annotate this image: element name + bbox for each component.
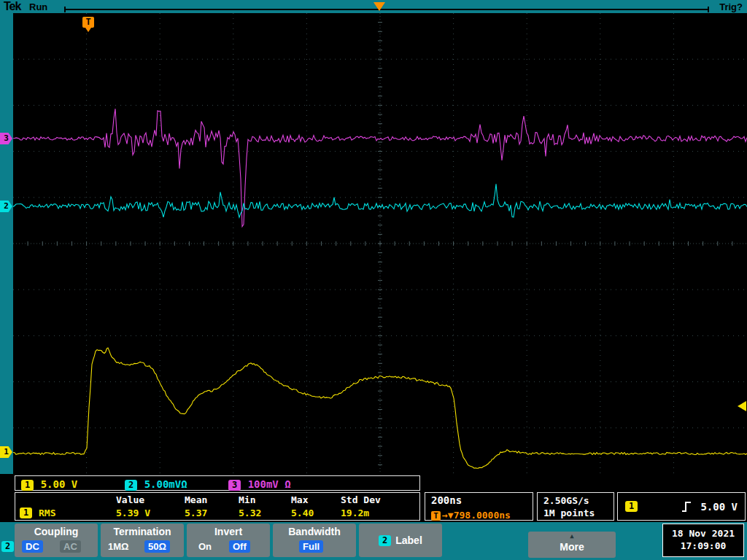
trace-ch1	[13, 348, 747, 468]
termination-1mohm-option[interactable]: 1MΩ	[108, 540, 128, 553]
more-label: More	[528, 540, 616, 554]
oscilloscope-screen: Tek Run Trig? T 3 2 1 1 5.00 V 2 5.00mVΩ…	[0, 0, 747, 560]
termination-50ohm-option[interactable]: 50Ω	[144, 540, 170, 553]
meas-header-stddev: Std Dev	[341, 494, 381, 505]
tek-logo: Tek	[4, 0, 20, 13]
delay-trigger-badge: T	[431, 511, 441, 521]
label-button[interactable]: 2 Label	[359, 524, 442, 557]
meas-row-name: RMS	[39, 508, 55, 518]
meas-row-max: 5.40	[291, 508, 314, 518]
sample-rate: 2.50GS/s	[543, 495, 589, 506]
ch3-ground-marker[interactable]: 3	[0, 133, 12, 144]
invert-on-option[interactable]: On	[198, 540, 212, 553]
ch1-ground-marker[interactable]: 1	[0, 446, 12, 458]
meas-header-min: Min	[239, 494, 255, 505]
more-up-icon: ▲	[528, 533, 616, 540]
measurement-table: Value Mean Min Max Std Dev 1 RMS 5.39 V …	[15, 492, 420, 521]
more-button[interactable]: ▲ More	[528, 532, 616, 558]
trigger-delay-value: →▼798.0000ns	[442, 510, 511, 521]
bandwidth-title: Bandwidth	[273, 526, 356, 537]
coupling-dc-option[interactable]: DC	[22, 540, 43, 553]
ch2-ground-marker[interactable]: 2	[0, 201, 12, 212]
coupling-ac-option[interactable]: AC	[60, 540, 81, 553]
meas-header-value: Value	[116, 494, 144, 505]
ch2-scale-value: 5.00mVΩ	[144, 478, 187, 490]
meas-row-value: 5.39 V	[116, 508, 150, 518]
meas-row-min: 5.32	[239, 508, 261, 518]
waveform-display	[13, 13, 747, 474]
bandwidth-full-option[interactable]: Full	[299, 540, 323, 553]
channel-scale-readout: 1 5.00 V 2 5.00mVΩ 3 100mV Ω	[15, 475, 420, 491]
trigger-status: Trig?	[719, 1, 743, 12]
label-title: Label	[395, 534, 422, 546]
active-channel-badge: 2	[1, 538, 14, 552]
ch2-scale: 2 5.00mVΩ	[125, 477, 187, 491]
trace-ch2	[13, 184, 747, 217]
trigger-time-flag[interactable]: T	[82, 17, 94, 28]
bottom-menu-bar: 2 Coupling DC AC Termination 1MΩ 50Ω Inv…	[0, 522, 747, 560]
termination-title: Termination	[101, 526, 184, 537]
time-text: 17:09:00	[663, 540, 743, 551]
ch3-scale: 3 100mV Ω	[228, 477, 291, 491]
coupling-button[interactable]: Coupling DC AC	[15, 524, 98, 557]
meas-header-max: Max	[291, 494, 308, 505]
coupling-title: Coupling	[15, 526, 98, 537]
termination-button[interactable]: Termination 1MΩ 50Ω	[101, 524, 184, 557]
record-view-bar	[64, 9, 709, 10]
ch1-badge: 1	[21, 480, 34, 491]
trigger-delay-readout: T→▼798.0000ns	[431, 508, 511, 521]
horizontal-scale: 200ns	[431, 494, 462, 506]
rising-edge-icon	[681, 499, 692, 514]
record-position-marker[interactable]	[374, 2, 385, 11]
meas-header-mean: Mean	[185, 494, 207, 505]
top-status-bar: Tek Run Trig?	[0, 0, 747, 13]
meas-row-badge: 1	[20, 507, 32, 518]
trigger-level-value: 5.00 V	[700, 501, 738, 513]
acquisition-readout: 2.50GS/s 1M points	[537, 492, 614, 521]
ch1-scale-value: 5.00 V	[41, 478, 78, 490]
invert-button[interactable]: Invert On Off	[187, 524, 270, 557]
invert-title: Invert	[187, 526, 270, 537]
trigger-level-arrow[interactable]	[738, 401, 746, 411]
meas-row-stddev: 19.2m	[341, 508, 369, 518]
timebase-readout: 200ns T→▼798.0000ns	[425, 492, 533, 521]
label-channel-badge: 2	[379, 535, 391, 546]
bandwidth-button[interactable]: Bandwidth Full	[273, 524, 356, 557]
meas-row-mean: 5.37	[185, 508, 207, 518]
invert-off-option[interactable]: Off	[229, 540, 250, 553]
graticule: T	[13, 13, 747, 474]
readout-area: 1 5.00 V 2 5.00mVΩ 3 100mV Ω Value Mean …	[0, 474, 747, 522]
ch1-scale: 1 5.00 V	[21, 477, 77, 491]
trigger-source-badge: 1	[625, 501, 638, 512]
record-length: 1M points	[543, 508, 595, 518]
ch2-badge: 2	[125, 480, 137, 491]
datetime-display: 18 Nov 2021 17:09:00	[662, 524, 744, 557]
ch3-scale-value: 100mV Ω	[248, 478, 291, 490]
trigger-readout: 1 5.00 V	[617, 492, 746, 521]
ch3-badge: 3	[228, 480, 241, 491]
date-text: 18 Nov 2021	[663, 528, 743, 539]
acquisition-status: Run	[29, 1, 47, 12]
